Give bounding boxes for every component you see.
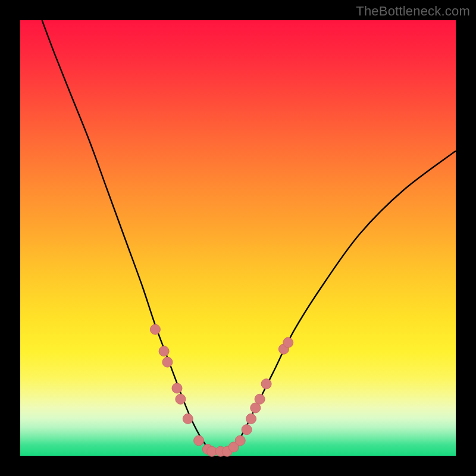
plot-area (20, 20, 456, 456)
curve-marker (235, 436, 245, 446)
curve-markers (150, 324, 293, 456)
curve-marker (162, 357, 173, 367)
curve-marker (176, 394, 186, 404)
bottleneck-curve (42, 20, 456, 452)
curve-marker (283, 337, 293, 347)
curve-marker (242, 425, 252, 435)
bottleneck-curve-svg (20, 20, 456, 456)
curve-marker (255, 394, 265, 404)
curve-marker (261, 379, 271, 389)
curve-marker (183, 414, 193, 424)
chart-frame: TheBottleneck.com (0, 0, 476, 476)
curve-marker (172, 383, 182, 393)
curve-marker (150, 324, 160, 334)
curve-marker (246, 414, 256, 424)
curve-marker (159, 346, 169, 356)
watermark-text: TheBottleneck.com (356, 4, 470, 19)
curve-marker (194, 436, 204, 446)
